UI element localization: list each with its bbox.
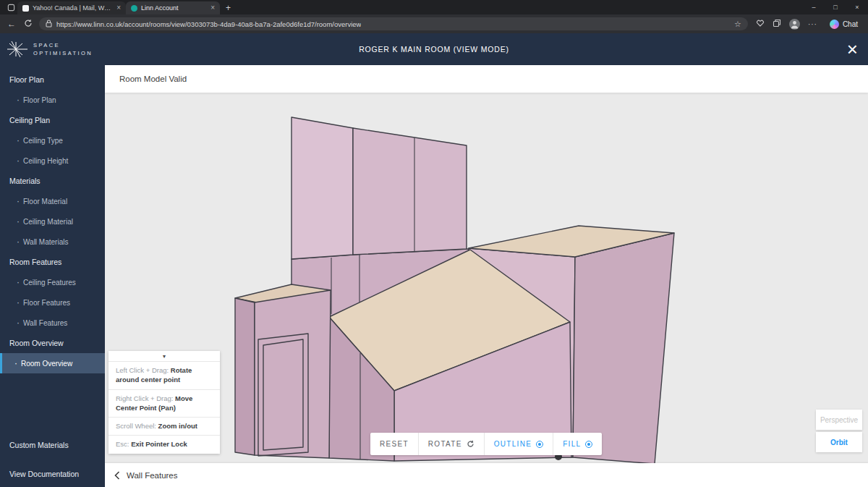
bullet-icon — [17, 135, 20, 145]
sidebar-item-ceiling-height[interactable]: Ceiling Height — [0, 151, 105, 171]
tab-label: Linn Account — [141, 4, 207, 12]
sidebar-item-label: Floor Plan — [23, 96, 56, 104]
tab-yahoo[interactable]: Yahoo! Canada | Mail, Weather, S... × — [17, 1, 126, 14]
reset-label: RESET — [380, 440, 409, 448]
sidebar-item-ceiling-features[interactable]: Ceiling Features — [0, 272, 105, 292]
chat-button[interactable]: Chat — [825, 18, 862, 30]
sidebar-item-wall-features[interactable]: Wall Features — [0, 313, 105, 333]
main-area: Room Model Valid — [105, 65, 868, 487]
bullet-icon — [14, 358, 17, 368]
bullet-icon — [17, 156, 20, 166]
fill-radio-icon — [585, 441, 592, 448]
sidebar-item-room-overview[interactable]: Room Overview — [0, 353, 105, 373]
room-left-block — [235, 284, 331, 458]
brand: SPACE OPTIMISATION — [0, 41, 105, 58]
maximize-button[interactable]: □ — [825, 0, 846, 14]
sidebar-item-view-documentation[interactable]: View Documentation — [0, 464, 105, 484]
tab-close-icon[interactable]: × — [116, 4, 121, 12]
refresh-icon[interactable] — [22, 19, 34, 29]
close-icon[interactable]: × — [837, 40, 868, 59]
perspective-button[interactable]: Perspective — [816, 410, 862, 430]
app-header: SPACE OPTIMISATION ROGER K MAIN ROOM (VI… — [0, 33, 868, 65]
help-row: Left Click + Drag: Rotate around center … — [109, 361, 220, 389]
browser-nav-bar: ← https://www.linn.co.uk/account/rooms/v… — [0, 14, 868, 33]
lock-icon — [46, 17, 52, 30]
sidebar-item-floor-features[interactable]: Floor Features — [0, 292, 105, 313]
outline-toggle[interactable]: OUTLINE — [484, 433, 553, 455]
sidebar-item-label: Ceiling Material — [23, 218, 73, 226]
bullet-icon — [17, 237, 20, 247]
tab-label: Yahoo! Canada | Mail, Weather, S... — [33, 4, 113, 12]
sidebar-item-ceiling-type[interactable]: Ceiling Type — [0, 130, 105, 151]
profile-avatar[interactable] — [789, 19, 800, 30]
bullet-icon — [17, 95, 20, 105]
yahoo-favicon — [22, 5, 29, 12]
view-mode-controls: Perspective Orbit — [816, 410, 862, 452]
room-title: ROGER K MAIN ROOM (VIEW MODE) — [359, 45, 509, 54]
workspaces-icon[interactable] — [4, 1, 17, 14]
sidebar-item-label: Ceiling Features — [23, 279, 76, 287]
help-key: Scroll Wheel: — [116, 422, 156, 430]
help-action: Exit Pointer Lock — [131, 440, 187, 448]
brand-text: SPACE OPTIMISATION — [33, 41, 93, 58]
tab-linn-account[interactable]: Linn Account × — [126, 1, 220, 14]
sidebar-group-materials: Materials — [0, 171, 105, 191]
window-close-button[interactable]: × — [846, 0, 868, 14]
outline-label: OUTLINE — [494, 440, 532, 448]
sidebar-item-wall-materials[interactable]: Wall Materials — [0, 232, 105, 252]
sidebar-item-label: Wall Materials — [23, 238, 68, 246]
linn-favicon — [131, 5, 137, 12]
bullet-icon — [17, 318, 20, 328]
browser-essentials-icon[interactable] — [756, 17, 765, 30]
rotate-icon — [467, 440, 475, 448]
sidebar-item-label: Floor Material — [23, 198, 67, 206]
fill-label: FILL — [563, 440, 581, 448]
bullet-icon — [17, 297, 20, 308]
viewport-toolbar: RESET ROTATE OUTLINE FILL — [370, 433, 602, 455]
minimize-button[interactable]: – — [803, 0, 825, 14]
browser-tab-strip: Yahoo! Canada | Mail, Weather, S... × Li… — [0, 0, 868, 14]
sidebar-group-ceiling-plan: Ceiling Plan — [0, 110, 105, 130]
bullet-icon — [17, 277, 20, 287]
reset-button[interactable]: RESET — [370, 433, 418, 455]
rotate-label: ROTATE — [428, 440, 462, 448]
sidebar-item-ceiling-material[interactable]: Ceiling Material — [0, 211, 105, 232]
window-controls: – □ × — [803, 0, 868, 14]
status-bar: Room Model Valid — [105, 65, 868, 93]
room-model-status: Room Model Valid — [119, 75, 187, 83]
sidebar-item-floor-material[interactable]: Floor Material — [0, 191, 105, 211]
bottom-nav-bar: Wall Features — [105, 463, 868, 487]
fill-toggle[interactable]: FILL — [553, 433, 602, 455]
nav-right-icons: ··· Chat — [756, 17, 862, 30]
collections-icon[interactable] — [773, 17, 781, 30]
back-link-wall-features[interactable]: Wall Features — [127, 471, 178, 480]
back-chevron-icon[interactable] — [114, 471, 120, 480]
orbit-button[interactable]: Orbit — [816, 432, 862, 452]
room-3d-viewport[interactable]: ▾ Left Click + Drag: Rotate around cente… — [105, 93, 868, 463]
help-row: Right Click + Drag: Move Center Point (P… — [109, 389, 220, 418]
help-row: Scroll Wheel: Zoom in/out — [109, 417, 220, 435]
room-tall-wall — [292, 117, 467, 259]
more-menu-icon[interactable]: ··· — [808, 20, 817, 28]
sidebar: Floor Plan Floor Plan Ceiling Plan Ceili… — [0, 65, 105, 487]
bullet-icon — [17, 196, 20, 206]
sidebar-item-label: Ceiling Height — [23, 157, 68, 165]
sidebar-item-floor-plan[interactable]: Floor Plan — [0, 90, 105, 110]
help-action: Zoom in/out — [158, 422, 197, 430]
favorites-star-icon[interactable]: ☆ — [734, 20, 741, 28]
outline-radio-icon — [536, 441, 543, 448]
bullet-icon — [17, 216, 20, 226]
help-key: Esc: — [116, 440, 129, 448]
rotate-button[interactable]: ROTATE — [418, 433, 484, 455]
linn-logo — [7, 41, 28, 58]
collapse-caret-icon[interactable]: ▾ — [109, 351, 220, 361]
sidebar-item-label: Room Overview — [21, 360, 72, 368]
tab-close-icon[interactable]: × — [210, 4, 215, 12]
copilot-icon — [830, 20, 839, 29]
sidebar-item-custom-materials[interactable]: Custom Materials — [0, 435, 105, 455]
controls-help-panel: ▾ Left Click + Drag: Rotate around cente… — [109, 351, 220, 454]
new-tab-button[interactable]: + — [226, 3, 231, 13]
sidebar-item-label: Floor Features — [23, 299, 70, 307]
back-icon[interactable]: ← — [6, 20, 17, 28]
address-bar[interactable]: https://www.linn.co.uk/account/rooms/vie… — [39, 17, 748, 30]
